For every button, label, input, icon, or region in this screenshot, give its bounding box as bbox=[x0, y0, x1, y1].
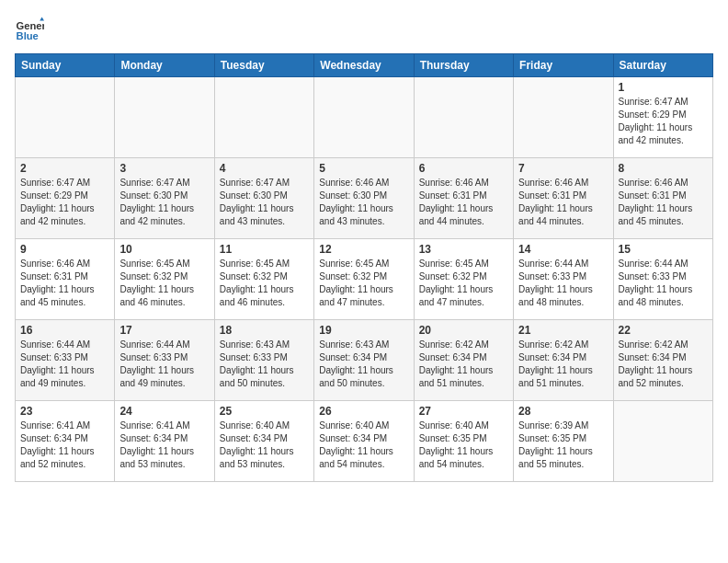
calendar-cell: 6Sunrise: 6:46 AM Sunset: 6:31 PM Daylig… bbox=[414, 158, 513, 239]
logo-icon: General Blue bbox=[15, 15, 44, 44]
calendar-cell: 5Sunrise: 6:46 AM Sunset: 6:30 PM Daylig… bbox=[314, 158, 414, 239]
day-number: 14 bbox=[518, 243, 608, 256]
week-row-4: 16Sunrise: 6:44 AM Sunset: 6:33 PM Dayli… bbox=[16, 320, 713, 401]
day-number: 21 bbox=[518, 324, 608, 337]
day-info: Sunrise: 6:40 AM Sunset: 6:35 PM Dayligh… bbox=[419, 419, 508, 471]
calendar-cell: 3Sunrise: 6:47 AM Sunset: 6:30 PM Daylig… bbox=[115, 158, 214, 239]
calendar-cell: 2Sunrise: 6:47 AM Sunset: 6:29 PM Daylig… bbox=[16, 158, 115, 239]
day-number: 18 bbox=[220, 324, 309, 337]
day-number: 15 bbox=[619, 243, 708, 256]
day-header-thursday: Thursday bbox=[414, 54, 513, 77]
day-info: Sunrise: 6:44 AM Sunset: 6:33 PM Dayligh… bbox=[20, 339, 109, 390]
day-info: Sunrise: 6:44 AM Sunset: 6:33 PM Dayligh… bbox=[518, 258, 608, 309]
day-info: Sunrise: 6:44 AM Sunset: 6:33 PM Dayligh… bbox=[119, 339, 209, 390]
day-number: 26 bbox=[319, 405, 408, 418]
day-info: Sunrise: 6:46 AM Sunset: 6:31 PM Dayligh… bbox=[20, 258, 109, 309]
day-info: Sunrise: 6:45 AM Sunset: 6:32 PM Dayligh… bbox=[319, 258, 408, 309]
calendar-cell: 12Sunrise: 6:45 AM Sunset: 6:32 PM Dayli… bbox=[314, 239, 414, 320]
calendar-cell: 26Sunrise: 6:40 AM Sunset: 6:34 PM Dayli… bbox=[314, 401, 414, 482]
day-info: Sunrise: 6:42 AM Sunset: 6:34 PM Dayligh… bbox=[419, 339, 508, 390]
day-number: 13 bbox=[419, 243, 508, 256]
calendar-cell: 25Sunrise: 6:40 AM Sunset: 6:34 PM Dayli… bbox=[214, 401, 313, 482]
day-info: Sunrise: 6:39 AM Sunset: 6:35 PM Dayligh… bbox=[518, 419, 608, 471]
calendar-cell: 4Sunrise: 6:47 AM Sunset: 6:30 PM Daylig… bbox=[214, 158, 313, 239]
day-number: 6 bbox=[419, 162, 508, 175]
week-row-3: 9Sunrise: 6:46 AM Sunset: 6:31 PM Daylig… bbox=[16, 239, 713, 320]
day-number: 25 bbox=[220, 405, 309, 418]
calendar-cell: 11Sunrise: 6:45 AM Sunset: 6:32 PM Dayli… bbox=[214, 239, 313, 320]
day-number: 24 bbox=[119, 405, 209, 418]
day-header-saturday: Saturday bbox=[613, 54, 712, 77]
svg-marker-2 bbox=[40, 17, 44, 20]
svg-text:General: General bbox=[17, 20, 44, 31]
day-number: 27 bbox=[419, 405, 508, 418]
header-row: SundayMondayTuesdayWednesdayThursdayFrid… bbox=[16, 54, 713, 77]
day-number: 20 bbox=[419, 324, 508, 337]
calendar-cell: 9Sunrise: 6:46 AM Sunset: 6:31 PM Daylig… bbox=[16, 239, 115, 320]
day-number: 8 bbox=[619, 162, 708, 175]
day-info: Sunrise: 6:42 AM Sunset: 6:34 PM Dayligh… bbox=[619, 339, 708, 390]
day-info: Sunrise: 6:43 AM Sunset: 6:34 PM Dayligh… bbox=[319, 339, 408, 390]
calendar-cell bbox=[214, 77, 313, 158]
day-number: 17 bbox=[119, 324, 209, 337]
day-number: 5 bbox=[319, 162, 408, 175]
day-info: Sunrise: 6:41 AM Sunset: 6:34 PM Dayligh… bbox=[20, 419, 109, 471]
day-number: 11 bbox=[220, 243, 309, 256]
svg-text:Blue: Blue bbox=[17, 30, 39, 41]
calendar-cell: 18Sunrise: 6:43 AM Sunset: 6:33 PM Dayli… bbox=[214, 320, 313, 401]
calendar-cell: 19Sunrise: 6:43 AM Sunset: 6:34 PM Dayli… bbox=[314, 320, 414, 401]
week-row-1: 1Sunrise: 6:47 AM Sunset: 6:29 PM Daylig… bbox=[16, 77, 713, 158]
day-number: 23 bbox=[20, 405, 109, 418]
day-number: 7 bbox=[518, 162, 608, 175]
calendar-cell: 24Sunrise: 6:41 AM Sunset: 6:34 PM Dayli… bbox=[115, 401, 214, 482]
day-number: 19 bbox=[319, 324, 408, 337]
calendar-cell: 15Sunrise: 6:44 AM Sunset: 6:33 PM Dayli… bbox=[613, 239, 712, 320]
calendar-cell: 22Sunrise: 6:42 AM Sunset: 6:34 PM Dayli… bbox=[613, 320, 712, 401]
calendar-table: SundayMondayTuesdayWednesdayThursdayFrid… bbox=[15, 53, 713, 482]
day-info: Sunrise: 6:45 AM Sunset: 6:32 PM Dayligh… bbox=[419, 258, 508, 309]
calendar-cell bbox=[514, 77, 613, 158]
day-number: 3 bbox=[119, 162, 209, 175]
day-info: Sunrise: 6:46 AM Sunset: 6:31 PM Dayligh… bbox=[518, 177, 608, 228]
day-header-monday: Monday bbox=[115, 54, 214, 77]
day-info: Sunrise: 6:40 AM Sunset: 6:34 PM Dayligh… bbox=[220, 419, 309, 471]
day-info: Sunrise: 6:47 AM Sunset: 6:29 PM Dayligh… bbox=[20, 177, 109, 228]
day-number: 10 bbox=[119, 243, 209, 256]
calendar-cell bbox=[414, 77, 513, 158]
day-header-tuesday: Tuesday bbox=[214, 54, 313, 77]
day-info: Sunrise: 6:46 AM Sunset: 6:31 PM Dayligh… bbox=[619, 177, 708, 228]
calendar-cell bbox=[16, 77, 115, 158]
day-header-wednesday: Wednesday bbox=[314, 54, 414, 77]
day-number: 28 bbox=[518, 405, 608, 418]
calendar-cell: 10Sunrise: 6:45 AM Sunset: 6:32 PM Dayli… bbox=[115, 239, 214, 320]
day-info: Sunrise: 6:47 AM Sunset: 6:30 PM Dayligh… bbox=[220, 177, 309, 228]
day-info: Sunrise: 6:46 AM Sunset: 6:30 PM Dayligh… bbox=[319, 177, 408, 228]
page-header: General Blue bbox=[15, 15, 713, 44]
calendar-cell: 17Sunrise: 6:44 AM Sunset: 6:33 PM Dayli… bbox=[115, 320, 214, 401]
day-info: Sunrise: 6:41 AM Sunset: 6:34 PM Dayligh… bbox=[119, 419, 209, 471]
week-row-2: 2Sunrise: 6:47 AM Sunset: 6:29 PM Daylig… bbox=[16, 158, 713, 239]
day-info: Sunrise: 6:42 AM Sunset: 6:34 PM Dayligh… bbox=[518, 339, 608, 390]
calendar-cell: 21Sunrise: 6:42 AM Sunset: 6:34 PM Dayli… bbox=[514, 320, 613, 401]
calendar-cell bbox=[314, 77, 414, 158]
calendar-cell bbox=[115, 77, 214, 158]
calendar-cell: 20Sunrise: 6:42 AM Sunset: 6:34 PM Dayli… bbox=[414, 320, 513, 401]
day-number: 22 bbox=[619, 324, 708, 337]
calendar-cell bbox=[613, 401, 712, 482]
logo: General Blue bbox=[15, 15, 48, 44]
day-header-friday: Friday bbox=[514, 54, 613, 77]
calendar-cell: 14Sunrise: 6:44 AM Sunset: 6:33 PM Dayli… bbox=[514, 239, 613, 320]
day-info: Sunrise: 6:45 AM Sunset: 6:32 PM Dayligh… bbox=[119, 258, 209, 309]
day-info: Sunrise: 6:47 AM Sunset: 6:30 PM Dayligh… bbox=[119, 177, 209, 228]
day-number: 4 bbox=[220, 162, 309, 175]
day-info: Sunrise: 6:47 AM Sunset: 6:29 PM Dayligh… bbox=[619, 96, 708, 147]
calendar-cell: 16Sunrise: 6:44 AM Sunset: 6:33 PM Dayli… bbox=[16, 320, 115, 401]
day-number: 1 bbox=[619, 81, 708, 94]
day-info: Sunrise: 6:46 AM Sunset: 6:31 PM Dayligh… bbox=[419, 177, 508, 228]
calendar-cell: 8Sunrise: 6:46 AM Sunset: 6:31 PM Daylig… bbox=[613, 158, 712, 239]
day-info: Sunrise: 6:44 AM Sunset: 6:33 PM Dayligh… bbox=[619, 258, 708, 309]
day-header-sunday: Sunday bbox=[16, 54, 115, 77]
day-info: Sunrise: 6:40 AM Sunset: 6:34 PM Dayligh… bbox=[319, 419, 408, 471]
calendar-cell: 7Sunrise: 6:46 AM Sunset: 6:31 PM Daylig… bbox=[514, 158, 613, 239]
day-number: 16 bbox=[20, 324, 109, 337]
